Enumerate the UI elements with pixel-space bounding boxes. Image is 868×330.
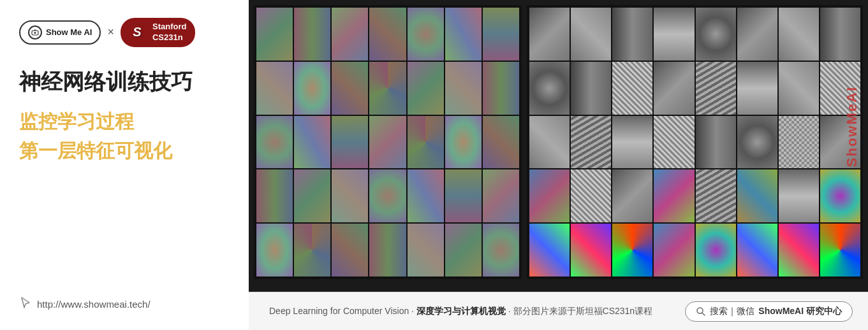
- highlight-section: 监控学习过程 第一层特征可视化: [19, 108, 230, 164]
- search-label: 搜索｜微信: [710, 306, 754, 317]
- grid-cell: [294, 8, 330, 61]
- grid-cell: [256, 224, 293, 276]
- grid-cell: [408, 224, 444, 276]
- grid-cell: [256, 62, 293, 115]
- grid-cell: [369, 169, 406, 222]
- grid-cell: [369, 8, 406, 61]
- grid-cell: [654, 224, 694, 276]
- grid-cell: [696, 224, 736, 276]
- grid-cell: [445, 169, 482, 222]
- grid-cell: [408, 8, 444, 61]
- grid-cell: [529, 116, 570, 169]
- grid-cell: [571, 116, 611, 169]
- stanford-s-icon: S: [127, 22, 147, 43]
- caption-suffix: · 部分图片来源于斯坦福CS231n课程: [506, 306, 652, 316]
- grid-cell: [696, 169, 736, 222]
- grid-cell: [612, 169, 652, 222]
- grid-cell: [445, 224, 482, 276]
- grid-cell: [654, 116, 694, 169]
- grid-cell: [737, 8, 777, 61]
- grid-cell: [408, 62, 444, 115]
- grid-cell: [571, 8, 611, 61]
- grid-cell: [612, 62, 652, 115]
- grid-cell: [332, 62, 368, 115]
- grid-cell: [369, 62, 406, 115]
- grid-cell: [256, 169, 293, 222]
- grid-cell: [779, 224, 819, 276]
- watermark-text: ShowMeAI: [844, 86, 860, 167]
- stanford-text: Stanford CS231n: [152, 22, 186, 43]
- grid-cell: [529, 62, 570, 115]
- grid-cell: [654, 8, 694, 61]
- grid-cell: [369, 116, 406, 169]
- grid-cell: [529, 169, 570, 222]
- highlight-text-2: 第一层特征可视化: [19, 138, 230, 164]
- grid-cell: [529, 8, 570, 61]
- grid-cell: [612, 8, 652, 61]
- grid-cell: [612, 116, 652, 169]
- grid-cell: [369, 224, 406, 276]
- bottom-bar: Deep Learning for Computer Vision · 深度学习…: [249, 292, 868, 330]
- grid-cell: [737, 62, 777, 115]
- grid-cell: [737, 116, 777, 169]
- watermark: ShowMeAI: [836, 0, 868, 254]
- grid-cell: [294, 116, 330, 169]
- grid-cell: [612, 224, 652, 276]
- grid-cell: [779, 62, 819, 115]
- grid-cell: [571, 169, 611, 222]
- grid-container: ShowMeAI: [249, 0, 868, 292]
- bottom-caption: Deep Learning for Computer Vision · 深度学习…: [269, 306, 652, 317]
- grid-cell: [779, 169, 819, 222]
- grid-cell: [256, 116, 293, 169]
- website-row: http://www.showmeai.tech/: [19, 290, 151, 312]
- grid-cell: [571, 224, 611, 276]
- cross-icon: ×: [107, 25, 114, 39]
- cursor-icon: [19, 296, 32, 312]
- search-icon: [696, 306, 706, 317]
- showmeai-icon: [28, 25, 42, 39]
- svg-point-1: [34, 32, 36, 34]
- logo-area: Show Me AI × S Stanford CS231n: [19, 18, 230, 47]
- caption-bold: 深度学习与计算机视觉: [416, 306, 506, 316]
- grid-cell: [779, 8, 819, 61]
- svg-line-4: [702, 313, 705, 315]
- right-grid: [527, 5, 863, 279]
- main-title: 神经网络训练技巧: [19, 68, 230, 96]
- grid-cell: [332, 224, 368, 276]
- sidebar: Show Me AI × S Stanford CS231n 神经网络训练技巧 …: [0, 0, 249, 330]
- grid-cell: [332, 169, 368, 222]
- search-brand: ShowMeAI 研究中心: [758, 306, 842, 317]
- search-box[interactable]: 搜索｜微信 ShowMeAI 研究中心: [685, 301, 853, 322]
- stanford-badge: S Stanford CS231n: [121, 18, 195, 47]
- grid-cell: [779, 116, 819, 169]
- grid-cell: [483, 62, 519, 115]
- grid-cell: [408, 116, 444, 169]
- grid-cell: [294, 62, 330, 115]
- grid-cell: [483, 169, 519, 222]
- left-grid: [254, 5, 522, 279]
- grid-cell: [445, 116, 482, 169]
- highlight-text-1: 监控学习过程: [19, 108, 230, 135]
- showmeai-text: Show Me AI: [46, 27, 92, 37]
- grid-cell: [696, 116, 736, 169]
- grid-cell: [696, 8, 736, 61]
- grid-cell: [294, 224, 330, 276]
- website-url: http://www.showmeai.tech/: [37, 299, 151, 310]
- grid-cell: [737, 169, 777, 222]
- grid-cell: [332, 116, 368, 169]
- grid-cell: [332, 8, 368, 61]
- grid-cell: [483, 224, 519, 276]
- grid-cell: [294, 169, 330, 222]
- grid-cell: [483, 116, 519, 169]
- showmeai-badge: Show Me AI: [19, 20, 101, 45]
- grid-cell: [529, 224, 570, 276]
- grid-cell: [654, 62, 694, 115]
- content-area: ShowMeAI Deep Learning for Computer Visi…: [249, 0, 868, 330]
- grid-cell: [654, 169, 694, 222]
- caption-prefix: Deep Learning for Computer Vision ·: [269, 306, 416, 316]
- grid-cell: [483, 8, 519, 61]
- grid-cell: [445, 62, 482, 115]
- grid-cell: [256, 8, 293, 61]
- grid-cell: [445, 8, 482, 61]
- grid-cell: [737, 224, 777, 276]
